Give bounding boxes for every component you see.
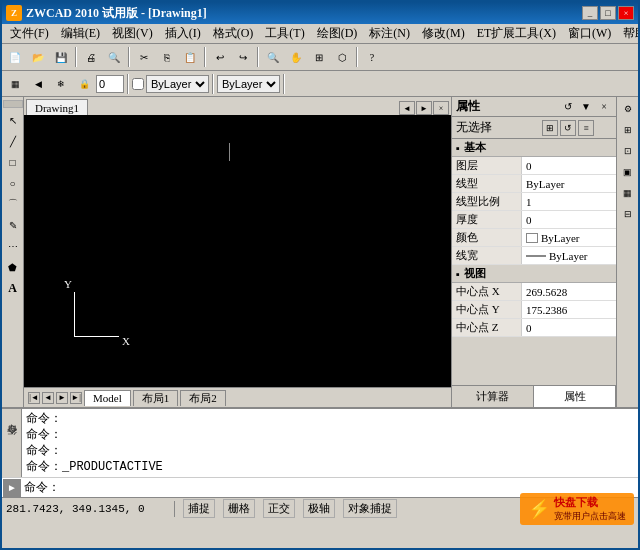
watermark[interactable]: ⚡ 快盘下载 宽带用户点击高速 [520, 493, 634, 525]
menu-modify[interactable]: 修改(M) [416, 23, 471, 44]
props-tab-properties[interactable]: 属性 [534, 386, 616, 407]
props-toggle-btn[interactable]: ↺ [560, 99, 576, 115]
menu-help[interactable]: 帮助(H) [617, 23, 640, 44]
tool-help[interactable]: ? [361, 46, 383, 68]
view-collapse-icon[interactable]: ▪ [456, 268, 460, 280]
props-row-color: 颜色 ByLayer [452, 229, 616, 247]
status-polar[interactable]: 极轴 [303, 499, 335, 518]
tool-undo[interactable]: ↩ [209, 46, 231, 68]
right-tool-6[interactable]: ⊟ [618, 204, 638, 224]
tool-save[interactable]: 💾 [50, 46, 72, 68]
menu-format[interactable]: 格式(O) [207, 23, 260, 44]
drawing-tab-active[interactable]: Drawing1 [26, 99, 88, 115]
menu-window[interactable]: 窗口(W) [562, 23, 617, 44]
tool-copy[interactable]: ⎘ [156, 46, 178, 68]
tool-select[interactable]: ↖ [3, 110, 23, 130]
menu-edit[interactable]: 编辑(E) [55, 23, 106, 44]
tool-freeze[interactable]: ❄ [50, 73, 72, 95]
properties-content: ▪ 基本 图层 0 线型 ByLayer 线型比例 1 厚度 0 [452, 139, 616, 385]
props-label-linetype: 线型 [452, 175, 522, 192]
props-close-btn[interactable]: × [596, 99, 612, 115]
right-tool-5[interactable]: ▦ [618, 183, 638, 203]
layer-input[interactable] [96, 75, 124, 93]
menu-view[interactable]: 视图(V) [106, 23, 159, 44]
tool-circle[interactable]: ○ [3, 173, 23, 193]
tool-preview[interactable]: 🔍 [103, 46, 125, 68]
model-tab-layout2[interactable]: 布局2 [180, 390, 226, 406]
menu-draw[interactable]: 绘图(D) [311, 23, 364, 44]
tool-hatch[interactable]: ⋯ [3, 236, 23, 256]
tool-new[interactable]: 📄 [4, 46, 26, 68]
props-value-centerx[interactable]: 269.5628 [522, 283, 616, 300]
linetype-dropdown[interactable]: ByLayer [217, 75, 280, 93]
props-value-color[interactable]: ByLayer [522, 229, 616, 246]
tool-zoom-all[interactable]: ⊞ [308, 46, 330, 68]
color-icon [526, 233, 538, 243]
status-ortho[interactable]: 正交 [263, 499, 295, 518]
bylayer-dropdown[interactable]: ByLayer [146, 75, 209, 93]
tool-text[interactable]: A [3, 278, 23, 298]
tool-redo[interactable]: ↪ [232, 46, 254, 68]
basic-collapse-icon[interactable]: ▪ [456, 142, 460, 154]
tool-layer-manager[interactable]: ▦ [4, 73, 26, 95]
minimize-button[interactable]: _ [582, 6, 598, 20]
props-value-centery[interactable]: 175.2386 [522, 301, 616, 318]
props-value-linetype[interactable]: ByLayer [522, 175, 616, 192]
right-tool-1[interactable]: ⚙ [618, 99, 638, 119]
props-value-thickness[interactable]: 0 [522, 211, 616, 228]
props-row-centery: 中心点 Y 175.2386 [452, 301, 616, 319]
model-nav-next[interactable]: ► [56, 392, 68, 404]
no-selection-label: 无选择 [456, 119, 492, 136]
menu-tools[interactable]: 工具(T) [259, 23, 310, 44]
menu-file[interactable]: 文件(F) [4, 23, 55, 44]
tool-zoom-in[interactable]: 🔍 [262, 46, 284, 68]
tool-line[interactable]: ╱ [3, 131, 23, 151]
props-value-layer[interactable]: 0 [522, 157, 616, 174]
right-tool-3[interactable]: ⊡ [618, 141, 638, 161]
bylayer-check[interactable] [132, 78, 144, 90]
props-tab-calculator[interactable]: 计算器 [452, 386, 534, 407]
tool-open[interactable]: 📂 [27, 46, 49, 68]
drawing-canvas[interactable]: X Y [24, 115, 451, 387]
status-snap[interactable]: 捕捉 [183, 499, 215, 518]
model-tab-model[interactable]: Model [84, 390, 131, 406]
tool-3d[interactable]: ⬡ [331, 46, 353, 68]
right-tool-4[interactable]: ▣ [618, 162, 638, 182]
tool-pan[interactable]: ✋ [285, 46, 307, 68]
maximize-button[interactable]: □ [600, 6, 616, 20]
status-osnap[interactable]: 对象捕捉 [343, 499, 397, 518]
close-button[interactable]: × [618, 6, 634, 20]
tool-layer-prev[interactable]: ◀ [27, 73, 49, 95]
ns-btn-1[interactable]: ⊞ [542, 120, 558, 136]
tab-close[interactable]: × [433, 101, 449, 115]
watermark-text-area: 快盘下载 宽带用户点击高速 [554, 495, 626, 523]
props-value-centerz[interactable]: 0 [522, 319, 616, 336]
ns-btn-2[interactable]: ↺ [560, 120, 576, 136]
model-nav-first[interactable]: |◄ [28, 392, 40, 404]
model-tab-layout1[interactable]: 布局1 [133, 390, 179, 406]
tool-lock[interactable]: 🔒 [73, 73, 95, 95]
props-value-ltscale[interactable]: 1 [522, 193, 616, 210]
toolbar-sep4 [257, 47, 259, 67]
tool-cut[interactable]: ✂ [133, 46, 155, 68]
tab-nav-right[interactable]: ► [416, 101, 432, 115]
props-value-linewidth[interactable]: ByLayer [522, 247, 616, 264]
tool-arc[interactable]: ⌒ [3, 194, 23, 214]
no-selection-controls: ⊞ ↺ ≡ [542, 120, 612, 136]
menu-insert[interactable]: 插入(I) [159, 23, 207, 44]
props-filter-btn[interactable]: ▼ [578, 99, 594, 115]
menu-et[interactable]: ET扩展工具(X) [471, 23, 562, 44]
tool-paste[interactable]: 📋 [179, 46, 201, 68]
tool-block[interactable]: ⬟ [3, 257, 23, 277]
tab-nav-left[interactable]: ◄ [399, 101, 415, 115]
tool-rect[interactable]: □ [3, 152, 23, 172]
status-grid[interactable]: 栅格 [223, 499, 255, 518]
model-nav-prev[interactable]: ◄ [42, 392, 54, 404]
tool-print[interactable]: 🖨 [80, 46, 102, 68]
axis-x-label: X [122, 335, 130, 347]
ns-btn-3[interactable]: ≡ [578, 120, 594, 136]
menu-dim[interactable]: 标注(N) [363, 23, 416, 44]
tool-polyline[interactable]: ✎ [3, 215, 23, 235]
model-nav-last[interactable]: ►| [70, 392, 82, 404]
right-tool-2[interactable]: ⊞ [618, 120, 638, 140]
